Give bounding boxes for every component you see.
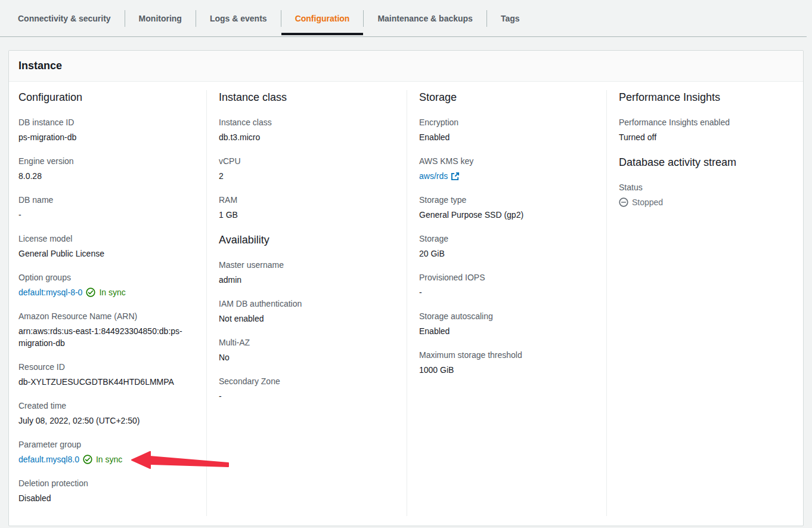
field-label: Storage autoscaling [419,310,596,322]
instance-panel-content: ConfigurationDB instance IDps-migration-… [9,82,803,526]
panel-column-1: ConfigurationDB instance IDps-migration-… [9,90,207,516]
field-label: Amazon Resource Name (ARN) [18,310,196,322]
tab-maintenance-backups[interactable]: Maintenance & backups [364,0,486,36]
field-value: General Public License [18,248,196,260]
in-sync-status: In sync [96,453,122,465]
field-value: default.mysql8.0In sync [18,453,196,465]
detail-tab-bar: Connectivity & securityMonitoringLogs & … [0,0,807,37]
field-label: License model [18,233,196,245]
check-circle-icon [83,455,92,464]
external-link-icon[interactable] [451,172,460,181]
in-sync-status: In sync [99,286,125,298]
field-label: Performance Insights enabled [619,116,792,128]
field-label: DB instance ID [18,116,196,128]
field-label: DB name [18,194,196,206]
field-deletion-protection: Deletion protectionDisabled [18,477,196,504]
section-availability: AvailabilityMaster usernameadminIAM DB a… [219,233,396,402]
field-maximum-storage-threshold: Maximum storage threshold1000 GiB [419,349,596,376]
field-ram: RAM1 GB [219,194,396,221]
field-performance-insights-enabled: Performance Insights enabledTurned off [619,116,792,143]
section-heading-performance-insights: Performance Insights [619,90,792,104]
field-storage-type: Storage typeGeneral Purpose SSD (gp2) [419,194,596,221]
field-label: Provisioned IOPS [419,271,596,283]
field-label: Master username [219,259,396,271]
minus-circle-icon [619,197,628,207]
field-value: - [219,390,396,402]
section-configuration: ConfigurationDB instance IDps-migration-… [18,90,196,504]
field-value: Enabled [419,131,596,143]
field-label: Storage [419,233,596,245]
section-instance-class: Instance classInstance classdb.t3.microv… [219,90,396,221]
field-db-name: DB name- [18,194,196,221]
tab-configuration[interactable]: Configuration [281,0,364,36]
field-master-username: Master usernameadmin [219,259,396,286]
field-storage: Storage20 GiB [419,233,596,260]
panel-column-3: StorageEncryptionEnabledAWS KMS keyaws/r… [407,90,607,516]
field-option-groups: Option groupsdefault:mysql-8-0In sync [18,271,196,298]
field-label: vCPU [219,155,396,167]
field-label: Engine version [18,155,196,167]
field-value: ps-migration-db [18,131,196,143]
field-encryption: EncryptionEnabled [419,116,596,143]
field-value: Disabled [18,492,196,504]
status-text: Stopped [632,196,663,208]
field-instance-class: Instance classdb.t3.micro [219,116,396,143]
panel-column-2: Instance classInstance classdb.t3.microv… [207,90,407,516]
field-provisioned-iops: Provisioned IOPS- [419,271,596,298]
field-value: - [18,209,196,221]
field-label: Deletion protection [18,477,196,489]
field-parameter-group: Parameter groupdefault.mysql8.0In sync [18,439,196,465]
field-value: 1 GB [219,209,396,221]
section-storage: StorageEncryptionEnabledAWS KMS keyaws/r… [419,90,596,376]
field-iam-db-authentication: IAM DB authenticationNot enabled [219,298,396,325]
tab-tags[interactable]: Tags [487,0,534,36]
field-label: Resource ID [18,361,196,373]
check-circle-icon [86,288,95,297]
tab-logs-events[interactable]: Logs & events [196,0,281,36]
field-value: Stopped [619,196,792,208]
panel-column-4: Performance InsightsPerformance Insights… [607,90,803,516]
field-resource-id: Resource IDdb-XYLTZUESUCGDTBK44HTD6LMMPA [18,361,196,388]
field-value: admin [219,274,396,286]
field-value: default:mysql-8-0In sync [18,286,196,298]
section-heading-configuration: Configuration [18,90,196,104]
field-value: db.t3.micro [219,131,396,143]
field-label: Multi-AZ [219,336,396,348]
field-label: Secondary Zone [219,375,396,387]
field-value: Enabled [419,325,596,337]
field-label: Option groups [18,271,196,283]
default-mysql-8-0-link[interactable]: default:mysql-8-0 [18,286,82,298]
field-value: db-XYLTZUESUCGDTBK44HTD6LMMPA [18,376,196,388]
panel-title: Instance [18,60,62,72]
field-value: Turned off [619,131,792,143]
field-label: RAM [219,194,396,206]
field-value: 8.0.28 [18,170,196,182]
field-engine-version: Engine version8.0.28 [18,155,196,182]
field-value: Not enabled [219,313,396,325]
field-aws-kms-key: AWS KMS keyaws/rds [419,155,596,182]
field-amazon-resource-name-arn: Amazon Resource Name (ARN)arn:aws:rds:us… [18,310,196,349]
field-label: Encryption [419,116,596,128]
field-secondary-zone: Secondary Zone- [219,375,396,402]
field-value: - [419,286,596,298]
instance-panel: Instance ConfigurationDB instance IDps-m… [8,50,804,526]
field-vcpu: vCPU2 [219,155,396,182]
default-mysql8-0-link[interactable]: default.mysql8.0 [18,453,79,465]
tab-connectivity-security[interactable]: Connectivity & security [4,0,125,36]
field-license-model: License modelGeneral Public License [18,233,196,260]
field-label: Parameter group [18,439,196,450]
field-label: IAM DB authentication [219,298,396,310]
field-label: Created time [18,400,196,412]
tab-monitoring[interactable]: Monitoring [125,0,196,36]
section-heading-storage: Storage [419,90,596,104]
field-value: No [219,351,396,363]
field-label: Maximum storage threshold [419,349,596,361]
section-heading-availability: Availability [219,233,396,247]
instance-panel-header: Instance [9,51,803,82]
section-heading-database-activity-stream: Database activity stream [619,155,792,169]
aws-rds-link[interactable]: aws/rds [419,170,460,182]
section-database-activity-stream: Database activity streamStatusStopped [619,155,792,208]
field-value: arn:aws:rds:us-east-1:844923304850:db:ps… [18,325,196,349]
field-label: Status [619,181,792,193]
field-status: StatusStopped [619,181,792,208]
